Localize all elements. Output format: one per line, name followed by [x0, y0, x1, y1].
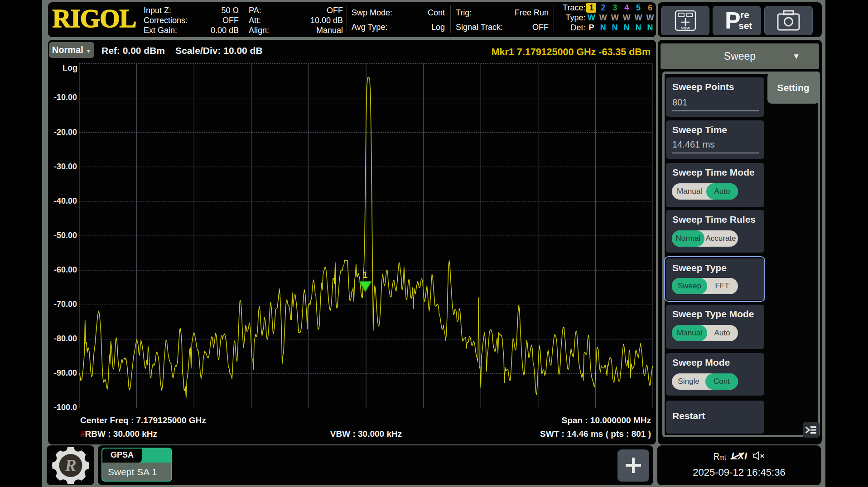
svg-text:VIEW: VIEW [681, 26, 690, 30]
svg-text:R: R [64, 456, 76, 475]
svg-text:1: 1 [362, 270, 367, 280]
